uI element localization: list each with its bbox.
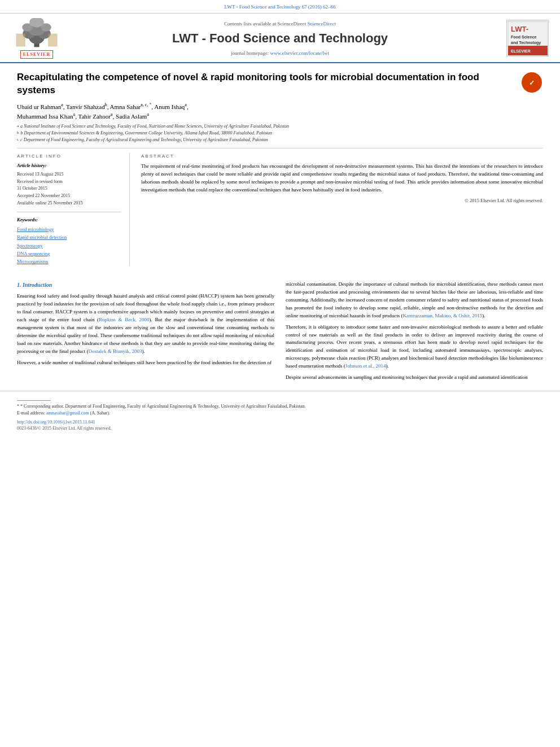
keyword-2[interactable]: Rapid microbial detection	[17, 233, 121, 241]
elsevier-wordmark: ELSEVIER	[20, 50, 53, 59]
article-footer: * * Corresponding author. Department of …	[0, 391, 560, 435]
body-para-1: Ensuring food safety and food quality th…	[17, 292, 274, 356]
doi-line[interactable]: http://dx.doi.org/10.1016/j.lwt.2015.11.…	[17, 419, 543, 425]
science-direct-anchor[interactable]: ScienceDirect	[307, 21, 335, 27]
date-received: Received 13 August 2015 Received in revi…	[17, 171, 121, 207]
divider-top	[17, 148, 543, 148]
affil-a4: a	[111, 112, 113, 117]
rights-line: 0023-6438/© 2015 Elsevier Ltd. All right…	[17, 425, 543, 431]
ref-ropkins[interactable]: Ropkins & Beck, 2000	[99, 317, 150, 322]
keyword-4[interactable]: DNA sequencing	[17, 250, 121, 257]
ref-johnson[interactable]: Johnson et al., 2014	[345, 363, 386, 369]
affil-item-a: a a National Institute of Food Science a…	[17, 123, 543, 130]
keyword-5[interactable]: Microorganisms	[17, 257, 121, 265]
body-two-col: 1. Introduction Ensuring food safety and…	[17, 281, 543, 385]
affil-a5: a	[147, 112, 149, 117]
header-center: Contents lists available at ScienceDirec…	[68, 20, 492, 56]
crossmark-icon: ✓	[522, 72, 542, 93]
body-col-left: 1. Introduction Ensuring food safety and…	[17, 281, 274, 385]
title-section: Recapitulating the competence of novel &…	[17, 71, 543, 97]
elsevier-tree-icon	[14, 18, 59, 49]
email-link[interactable]: amnasahar@gmail.com	[46, 410, 89, 416]
authors-line: Ubaid ur Rahmana, Tanvir Shahzadb, Amna …	[17, 102, 543, 121]
affil-text-a: a National Institute of Food Science and…	[20, 123, 289, 130]
svg-rect-9	[48, 33, 57, 46]
footnote-divider	[17, 400, 51, 401]
elsevier-logo: ELSEVIER	[11, 18, 62, 59]
header-right-logo: LWT- Food Science and Technology ELSEVIE…	[498, 20, 549, 56]
keywords-list: Food microbiology Rapid microbial detect…	[17, 225, 121, 266]
affil-text-c: c Department of Food Engineering, Facult…	[20, 137, 268, 143]
article-info-heading: ARTICLE INFO	[17, 153, 121, 159]
body-para-2: However, a wide number of traditional cu…	[17, 359, 274, 367]
email-label: E-mail address:	[17, 410, 45, 416]
body-section: 1. Introduction Ensuring food safety and…	[0, 281, 560, 385]
body-para-r1: microbial contamination. Despite the imp…	[286, 281, 543, 320]
keywords-label: Keywords:	[17, 217, 121, 224]
article-info-col: ARTICLE INFO Article history: Received 1…	[17, 153, 130, 266]
contents-label: Contents lists available at ScienceDirec…	[224, 21, 306, 27]
lwt-badge: LWT- Food Science and Technology ELSEVIE…	[506, 20, 549, 56]
info-abstract-section: ARTICLE INFO Article history: Received 1…	[17, 153, 543, 266]
affil-a: a	[61, 102, 63, 107]
lwt-badge-image: LWT- Food Science and Technology ELSEVIE…	[508, 21, 548, 55]
page: LWT - Food Science and Technology 67 (20…	[0, 0, 560, 747]
abstract-col: ABSTRACT The requirement of real-time mo…	[141, 153, 543, 266]
svg-rect-8	[16, 33, 25, 46]
affiliations: a a National Institute of Food Science a…	[17, 123, 543, 143]
affil-item-c: c c Department of Food Engineering, Facu…	[17, 137, 543, 143]
journal-citation: LWT - Food Science and Technology 67 (20…	[225, 4, 336, 10]
svg-text:✓: ✓	[529, 79, 535, 87]
doi-link[interactable]: http://dx.doi.org/10.1016/j.lwt.2015.11.…	[17, 420, 95, 425]
divider-keywords	[17, 212, 121, 212]
affil-text-b: b Department of Environmental Sciences &…	[21, 130, 272, 137]
affil-b: b	[105, 102, 107, 107]
keyword-1[interactable]: Food microbiology	[17, 225, 121, 233]
affil-a3: a	[73, 112, 76, 117]
ref-dostalek[interactable]: Dostalek & Branyik, 2003	[88, 348, 142, 354]
svg-text:Food Science: Food Science	[511, 35, 537, 39]
copyright-line: © 2015 Elsevier Ltd. All rights reserved…	[141, 198, 543, 204]
article-content: Recapitulating the competence of novel &…	[0, 63, 560, 272]
header-section: ELSEVIER Contents lists available at Sci…	[0, 14, 560, 63]
body-para-r2: Therefore, it is obligatory to introduce…	[286, 324, 543, 371]
svg-text:and Technology: and Technology	[511, 41, 541, 45]
journal-top-bar: LWT - Food Science and Technology 67 (20…	[0, 0, 560, 14]
elsevier-logo-area: ELSEVIER	[11, 18, 62, 59]
section1-title: 1. Introduction	[17, 281, 274, 290]
crossmark-badge[interactable]: ✓	[520, 71, 543, 94]
svg-text:LWT-: LWT-	[511, 25, 528, 33]
ref-kamruzzaman[interactable]: Kamruzzaman, Makino, & Oshit, 2015	[403, 313, 482, 318]
abstract-text: The requirement of real-time monitoring …	[141, 163, 543, 194]
affil-a2: a	[185, 102, 187, 107]
keyword-3[interactable]: Spectroscopy	[17, 242, 121, 250]
svg-text:ELSEVIER: ELSEVIER	[511, 49, 531, 53]
journal-title: LWT - Food Science and Technology	[68, 30, 492, 47]
body-col-right: microbial contamination. Despite the imp…	[286, 281, 543, 385]
body-para-r3: Despite several advancements in sampling…	[286, 374, 543, 382]
affil-ac: a, c, *	[141, 102, 151, 107]
science-direct-link[interactable]: Contents lists available at ScienceDirec…	[68, 20, 492, 28]
email-suffix: (A. Sahar).	[90, 410, 110, 416]
affil-item-b: b b Department of Environmental Sciences…	[17, 130, 543, 137]
footnote-email: E-mail address: amnasahar@gmail.com (A. …	[17, 410, 543, 417]
article-history-label: Article history:	[17, 163, 121, 169]
homepage-url[interactable]: www.elsevier.com/locate/lwt	[270, 50, 329, 56]
footnote-star-note: * * Corresponding author. Department of …	[17, 403, 543, 410]
article-title: Recapitulating the competence of novel &…	[17, 71, 515, 97]
abstract-heading: ABSTRACT	[141, 153, 543, 159]
journal-homepage: journal homepage: www.elsevier.com/locat…	[68, 50, 492, 57]
